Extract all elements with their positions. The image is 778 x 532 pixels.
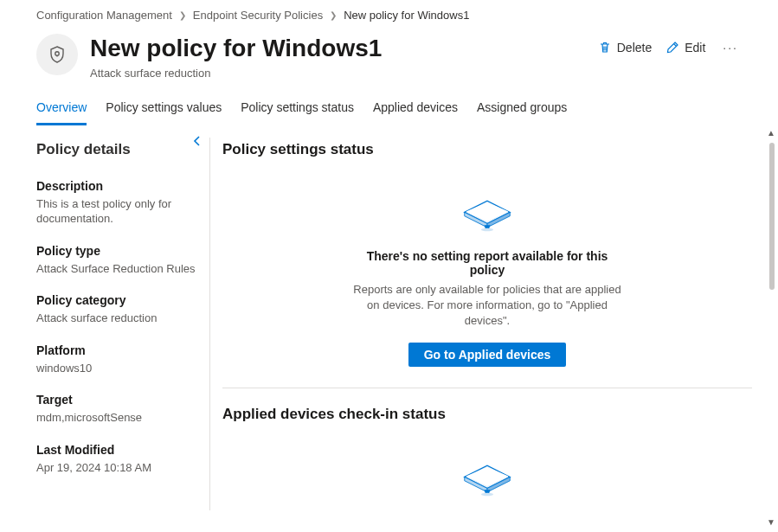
- tab-assigned-groups[interactable]: Assigned groups: [477, 100, 567, 125]
- detail-description: Description This is a test policy only f…: [36, 179, 201, 227]
- breadcrumb-config-mgmt[interactable]: Configuration Management: [36, 9, 172, 22]
- detail-label: Policy type: [36, 244, 201, 258]
- tab-overview[interactable]: Overview: [36, 100, 87, 125]
- chevron-right-icon: ❯: [330, 10, 337, 20]
- empty-title: There's no setting report available for …: [349, 249, 626, 277]
- page-header: New policy for Windows1 Attack surface r…: [0, 25, 778, 80]
- svg-point-12: [481, 493, 493, 497]
- svg-point-6: [481, 228, 493, 231]
- detail-value: mdm,microsoftSense: [36, 410, 201, 426]
- main-content: Policy settings status There's no settin…: [222, 125, 778, 510]
- empty-state-settings: There's no setting report available for …: [349, 183, 626, 368]
- page-title: New policy for Windows1: [90, 34, 586, 63]
- section-title: Applied devices check-in status: [222, 406, 752, 423]
- breadcrumb: Configuration Management ❯ Endpoint Secu…: [0, 0, 778, 25]
- detail-label: Policy category: [36, 293, 201, 307]
- tab-applied-devices[interactable]: Applied devices: [373, 100, 458, 125]
- section-title: Policy settings status: [222, 141, 752, 158]
- detail-value: Attack Surface Reduction Rules: [36, 261, 201, 277]
- delete-label: Delete: [617, 41, 652, 54]
- scroll-up-arrow[interactable]: ▲: [767, 128, 775, 138]
- empty-state-devices: There's no device report available for t…: [349, 447, 626, 510]
- svg-point-0: [55, 52, 59, 55]
- detail-value: Apr 19, 2024 10:18 AM: [36, 460, 201, 476]
- detail-policy-category: Policy category Attack surface reduction: [36, 293, 201, 326]
- detail-label: Description: [36, 179, 201, 193]
- detail-value: windows10: [36, 361, 201, 376]
- scroll-down-arrow[interactable]: ▼: [767, 517, 775, 527]
- more-actions-button[interactable]: ···: [719, 41, 742, 54]
- policy-shield-icon: [36, 34, 78, 75]
- detail-label: Last Modified: [36, 443, 201, 457]
- section-divider: [222, 388, 752, 388]
- policy-details-panel: Policy details Description This is a tes…: [36, 125, 209, 510]
- tab-settings-values[interactable]: Policy settings values: [106, 100, 222, 125]
- delete-button[interactable]: Delete: [598, 41, 652, 54]
- section-applied-devices-checkin: Applied devices check-in status There's …: [222, 406, 752, 510]
- page-subtitle: Attack surface reduction: [90, 67, 586, 80]
- vertical-divider: [209, 138, 210, 510]
- detail-target: Target mdm,microsoftSense: [36, 393, 201, 426]
- section-policy-settings-status: Policy settings status There's no settin…: [222, 141, 752, 368]
- breadcrumb-current: New policy for Windows1: [344, 9, 469, 22]
- policy-details-heading: Policy details: [36, 141, 201, 158]
- detail-label: Platform: [36, 343, 201, 357]
- scrollbar-thumb[interactable]: [769, 143, 775, 290]
- trash-icon: [598, 41, 612, 54]
- chevron-right-icon: ❯: [179, 10, 186, 20]
- tab-settings-status[interactable]: Policy settings status: [241, 100, 354, 125]
- detail-last-modified: Last Modified Apr 19, 2024 10:18 AM: [36, 443, 201, 476]
- detail-label: Target: [36, 393, 201, 407]
- detail-value: This is a test policy only for documenta…: [36, 196, 201, 227]
- monitor-icon: [457, 447, 518, 499]
- detail-value: Attack surface reduction: [36, 311, 201, 326]
- detail-platform: Platform windows10: [36, 343, 201, 376]
- detail-policy-type: Policy type Attack Surface Reduction Rul…: [36, 244, 201, 277]
- collapse-panel-button[interactable]: [190, 134, 204, 148]
- pencil-icon: [665, 41, 679, 54]
- breadcrumb-endpoint-policies[interactable]: Endpoint Security Policies: [193, 9, 323, 22]
- go-to-applied-devices-button[interactable]: Go to Applied devices: [408, 343, 567, 367]
- monitor-icon: [457, 183, 518, 234]
- edit-label: Edit: [685, 41, 705, 54]
- tabs: Overview Policy settings values Policy s…: [0, 80, 778, 125]
- empty-message: Reports are only available for policies …: [349, 282, 626, 330]
- edit-button[interactable]: Edit: [665, 41, 705, 54]
